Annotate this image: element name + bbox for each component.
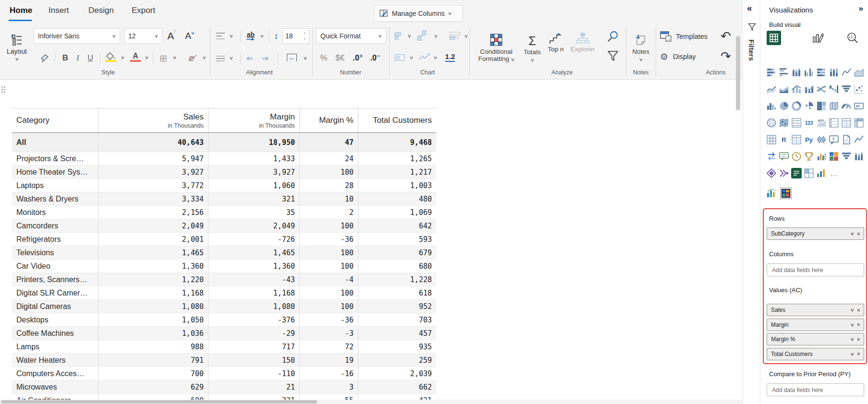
value-cell[interactable]: 18,950 [208, 133, 299, 152]
tab-design[interactable]: Design [88, 6, 114, 15]
powerapps-visual-icon[interactable] [816, 134, 827, 145]
column-header[interactable]: Salesin Thousands [98, 108, 208, 132]
value-cell[interactable]: 1,360 [98, 260, 208, 273]
decrease-decimal-button[interactable]: .0− [368, 51, 382, 65]
undo-button[interactable]: ↶ [718, 28, 734, 44]
value-cell[interactable]: 1,217 [358, 166, 436, 178]
field-pill[interactable]: Margin∨× [767, 319, 864, 331]
waterfall-visual-icon[interactable] [829, 84, 839, 95]
value-cell[interactable]: 21 [208, 380, 299, 393]
mosaic-visual-icon[interactable] [829, 151, 839, 162]
bold-button[interactable]: B [60, 51, 71, 65]
value-cell[interactable]: 1,168 [208, 286, 299, 299]
bar-clustered-visual-icon[interactable] [779, 67, 789, 78]
value-cell[interactable]: 717 [208, 340, 299, 353]
text-wrap-dropdown[interactable]: ∨ [258, 30, 265, 42]
slicer-visual-icon[interactable] [791, 118, 802, 128]
visual-drag-handle[interactable] [1, 86, 7, 94]
horizontal-scrollbar-thumb[interactable] [1, 400, 317, 404]
ribbon-visual-icon[interactable] [816, 84, 827, 95]
column-width-dropdown[interactable]: ∨ [302, 52, 308, 64]
totals-button[interactable]: Σ Totals ∨ [521, 28, 543, 68]
col-100-visual-icon[interactable] [829, 67, 839, 78]
chart-layout-dropdown[interactable]: ∨ [463, 30, 469, 42]
category-cell[interactable]: Digital Cameras [12, 300, 98, 313]
redo-button[interactable]: ↷ [718, 48, 734, 64]
category-cell[interactable]: Washers & Dryers [12, 192, 98, 205]
value-cell[interactable]: 935 [358, 340, 436, 353]
horizontal-align-button[interactable] [214, 30, 227, 42]
qa-dark-visual-icon[interactable] [791, 168, 802, 178]
qna-visual-icon[interactable]: ? [829, 134, 839, 145]
category-cell[interactable]: Laptops [12, 179, 98, 192]
manage-columns-button[interactable]: Manage Columns ∨ [374, 5, 463, 22]
funnel-visual-icon[interactable] [841, 84, 852, 95]
increase-font-button[interactable]: Aˆ [164, 29, 179, 43]
value-cell[interactable]: -36 [299, 313, 358, 326]
value-cell[interactable]: -43 [208, 273, 299, 286]
vertical-align-button[interactable] [214, 52, 227, 64]
search-button[interactable] [604, 28, 622, 45]
comment-visual-icon[interactable] [779, 151, 789, 162]
kpi-visual-icon[interactable]: KPI [816, 118, 827, 128]
card-visual-icon[interactable] [854, 101, 864, 111]
pie-visual-icon[interactable] [779, 101, 789, 111]
italic-button[interactable]: I [73, 51, 83, 65]
column-width-button[interactable]: ↔ [284, 52, 299, 63]
value-cell[interactable]: 150 [208, 354, 299, 367]
clear-format-dropdown[interactable]: ∨ [201, 51, 208, 64]
format-painter-button[interactable] [37, 51, 52, 65]
category-cell[interactable]: Car Video [12, 260, 98, 273]
minichart-visual-icon[interactable] [816, 168, 827, 178]
line-visual-icon[interactable] [854, 134, 864, 145]
value-cell[interactable]: 100 [299, 260, 358, 273]
value-cell[interactable]: 259 [358, 354, 436, 367]
sparkline-button[interactable] [417, 51, 431, 63]
value-cell[interactable]: 19 [299, 354, 358, 367]
value-cell[interactable]: 3 [299, 380, 358, 393]
value-cell[interactable]: 1,228 [358, 273, 436, 286]
value-cell[interactable]: 1,003 [358, 179, 436, 192]
value-cell[interactable]: -4 [299, 273, 358, 286]
value-cell[interactable]: 2,049 [208, 219, 299, 232]
value-cell[interactable]: 2,039 [358, 367, 436, 380]
multirow-visual-icon[interactable] [829, 118, 839, 128]
value-cell[interactable]: 1,360 [208, 260, 299, 273]
field-pill[interactable]: Sales∨× [767, 304, 864, 316]
compare-well-placeholder[interactable]: Add data fields here [767, 383, 864, 396]
line-visual-icon[interactable] [841, 67, 852, 78]
value-cell[interactable]: 1,265 [358, 152, 436, 165]
collapse-visualizations-icon[interactable]: » [859, 4, 863, 13]
value-cell[interactable]: 1,069 [358, 206, 436, 219]
table-visual-icon[interactable] [791, 134, 802, 145]
area-visual-icon[interactable] [854, 67, 864, 78]
value-cell[interactable]: -110 [208, 367, 299, 380]
value-cell[interactable]: 72 [299, 340, 358, 353]
value-cell[interactable]: 47 [299, 133, 358, 152]
font-color-dropdown[interactable]: ∨ [143, 51, 150, 64]
combo-visual-icon[interactable] [791, 84, 802, 95]
notes-button[interactable]: Notes ∨ [629, 28, 652, 68]
value-cell[interactable]: 10 [299, 192, 358, 205]
expand-filters-icon[interactable]: « [747, 3, 752, 13]
clock-visual-icon[interactable] [791, 151, 802, 162]
value-cell[interactable]: 457 [358, 327, 436, 340]
paginated-visual-icon[interactable] [841, 134, 852, 145]
col-stacked-visual-icon[interactable] [854, 151, 864, 162]
filter-button[interactable] [604, 48, 622, 64]
row-height-stepper[interactable]: ⌃⌃ [303, 33, 306, 39]
value-cell[interactable]: 2,156 [98, 206, 208, 219]
explorer-button[interactable]: Explorer [569, 28, 597, 57]
line2-visual-icon[interactable] [766, 84, 777, 95]
value-cell[interactable]: 1,036 [98, 327, 208, 340]
diamond-visual-icon[interactable] [766, 168, 777, 178]
value-cell[interactable]: 1,080 [98, 300, 208, 313]
decrease-font-button[interactable]: A∨ [183, 29, 197, 43]
sparkline-dropdown[interactable]: ∨ [432, 52, 438, 63]
field-pill[interactable]: SubCategory∨× [767, 227, 864, 240]
horizontal-align-dropdown[interactable]: ∨ [228, 30, 234, 42]
category-cell[interactable]: Desktops [12, 313, 98, 326]
chart-bars-button[interactable] [393, 30, 405, 42]
category-cell[interactable]: Monitors [12, 206, 98, 219]
value-cell[interactable]: 662 [358, 380, 436, 393]
